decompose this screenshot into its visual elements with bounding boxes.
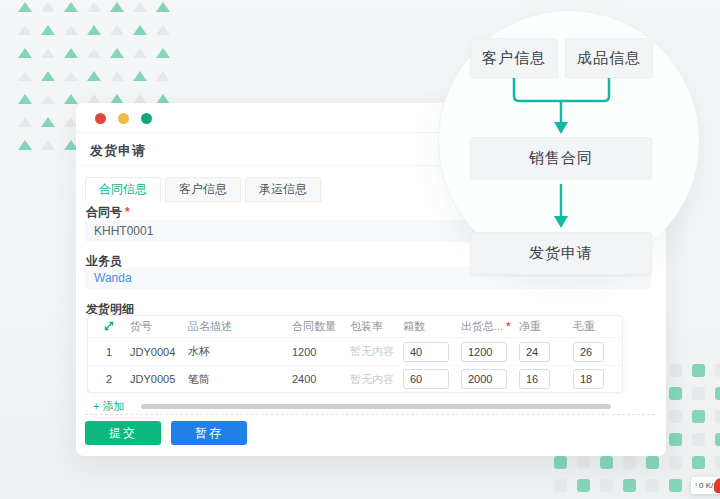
expand-table-icon[interactable]	[88, 320, 128, 334]
square-shape	[692, 410, 705, 423]
triangle-shape	[110, 2, 124, 12]
ship-total-input[interactable]	[461, 342, 507, 362]
triangle-shape	[64, 25, 78, 35]
triangle-shape	[87, 48, 101, 58]
tab-carrier-info[interactable]: 承运信息	[245, 177, 321, 202]
boxes-input[interactable]	[403, 369, 449, 389]
horizontal-scrollbar[interactable]	[141, 404, 611, 409]
gross-weight-input[interactable]	[573, 342, 604, 362]
square-shape	[646, 456, 659, 469]
square-shape	[715, 410, 720, 423]
square-shape	[669, 456, 682, 469]
cell-desc: 笔筒	[186, 372, 290, 387]
square-shape	[669, 364, 682, 377]
triangle-shape	[41, 71, 55, 81]
triangle-shape	[156, 25, 170, 35]
triangle-shape	[41, 117, 55, 127]
table-header-row: 货号 品名描述 合同数量 包装率 箱数 出货总...* 净重 毛重	[88, 316, 622, 338]
cell-contract-qty: 2400	[290, 373, 348, 385]
cell-pack-rate: 暂无内容	[348, 344, 401, 359]
square-shape	[600, 479, 613, 492]
square-shape	[692, 433, 705, 446]
net-weight-input[interactable]	[519, 342, 550, 362]
close-window-icon[interactable]	[95, 113, 106, 124]
col-gross-weight: 毛重	[571, 319, 623, 334]
maximize-window-icon[interactable]	[141, 113, 152, 124]
triangle-shape	[156, 71, 170, 81]
square-shape	[623, 456, 636, 469]
required-mark: *	[506, 320, 510, 332]
square-shape	[554, 479, 567, 492]
divider	[85, 414, 655, 415]
triangle-shape	[110, 48, 124, 58]
triangle-shape	[41, 2, 55, 12]
required-mark: *	[125, 205, 130, 219]
cell-desc: 水杯	[186, 344, 290, 359]
square-shape	[669, 479, 682, 492]
add-row-button[interactable]: + 添加	[93, 399, 124, 414]
gross-weight-input[interactable]	[573, 369, 604, 389]
square-shape	[669, 387, 682, 400]
square-shape	[692, 456, 705, 469]
triangle-shape	[110, 71, 124, 81]
screen: 发货申请 合同信息 客户信息 承运信息 合同号* KHHT0001 业务员 Wa…	[0, 0, 720, 499]
flow-node-customer-info: 客户信息	[470, 38, 558, 78]
col-pack-rate: 包装率	[348, 319, 401, 334]
triangle-shape	[41, 48, 55, 58]
square-shape	[692, 387, 705, 400]
triangle-shape	[87, 25, 101, 35]
salesperson-value[interactable]: Wanda	[94, 271, 132, 285]
square-shape	[715, 387, 720, 400]
col-contract-qty: 合同数量	[290, 319, 348, 334]
flow-node-product-info: 成品信息	[565, 38, 653, 78]
triangle-shape	[18, 140, 32, 150]
triangle-shape	[87, 2, 101, 12]
save-draft-button[interactable]: 暂存	[171, 421, 247, 445]
tab-customer-info[interactable]: 客户信息	[165, 177, 241, 202]
boxes-input[interactable]	[403, 342, 449, 362]
tab-contract-info[interactable]: 合同信息	[85, 177, 161, 202]
square-shape	[715, 364, 720, 377]
table-row: 2 JDY0005 笔筒 2400 暂无内容	[88, 365, 622, 392]
square-shape	[669, 433, 682, 446]
square-shape	[669, 410, 682, 423]
minimize-window-icon[interactable]	[118, 113, 129, 124]
triangle-shape	[41, 140, 55, 150]
cell-item-no: JDY0004	[128, 346, 186, 358]
triangle-shape	[156, 2, 170, 12]
ship-total-input[interactable]	[461, 369, 507, 389]
square-shape	[577, 456, 590, 469]
triangle-shape	[133, 2, 147, 12]
submit-button[interactable]: 提交	[85, 421, 161, 445]
square-shape	[554, 456, 567, 469]
upload-arrow-icon: ↑	[694, 481, 698, 490]
triangle-shape	[110, 25, 124, 35]
triangle-shape	[41, 94, 55, 104]
table-footer: + 添加	[87, 399, 623, 413]
triangle-shape	[41, 25, 55, 35]
flow-node-sales-contract: 销售合同	[470, 137, 652, 179]
square-shape	[715, 433, 720, 446]
col-ship-total: 出货总...*	[459, 319, 517, 334]
square-shape	[715, 456, 720, 469]
cell-item-no: JDY0005	[128, 373, 186, 385]
col-boxes: 箱数	[401, 319, 459, 334]
triangle-shape	[18, 94, 32, 104]
triangle-shape	[18, 2, 32, 12]
square-shape	[623, 479, 636, 492]
triangle-shape	[18, 25, 32, 35]
square-shape	[692, 364, 705, 377]
col-desc: 品名描述	[186, 319, 290, 334]
square-shape	[600, 456, 613, 469]
triangle-shape	[156, 48, 170, 58]
table-row: 1 JDY0004 水杯 1200 暂无内容	[88, 338, 622, 365]
net-weight-input[interactable]	[519, 369, 550, 389]
tab-bar: 合同信息 客户信息 承运信息	[85, 177, 321, 202]
square-shape	[577, 479, 590, 492]
triangle-shape	[87, 71, 101, 81]
triangle-shape	[64, 71, 78, 81]
contract-no-label: 合同号*	[86, 204, 130, 221]
flame-icon	[714, 478, 720, 493]
shipping-detail-table: 货号 品名描述 合同数量 包装率 箱数 出货总...* 净重 毛重 1 JDY0…	[87, 315, 623, 393]
square-shape	[646, 479, 659, 492]
